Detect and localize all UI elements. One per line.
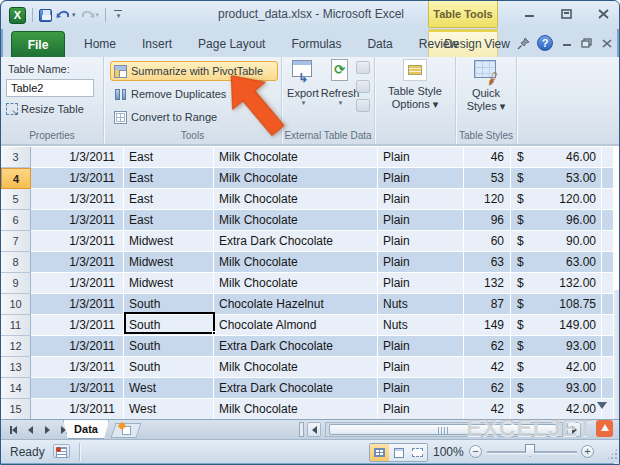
- cell-qty-row3[interactable]: 46: [464, 147, 511, 168]
- tab-data[interactable]: Data: [354, 31, 405, 57]
- zoom-level[interactable]: 100%: [433, 445, 464, 459]
- cell-date-row6[interactable]: 1/3/2011: [31, 210, 124, 231]
- cell-region-row4[interactable]: East: [124, 168, 214, 189]
- row-header-11[interactable]: 11: [1, 315, 31, 336]
- cell-product-row8[interactable]: Milk Chocolate: [214, 252, 378, 273]
- tab-design[interactable]: Design: [428, 31, 498, 57]
- cell-price-row10[interactable]: $108.75: [511, 294, 602, 315]
- row-header-14[interactable]: 14: [1, 378, 31, 399]
- cell-type-row7[interactable]: Plain: [378, 231, 464, 252]
- cell-region-row13[interactable]: South: [124, 357, 214, 378]
- cell-product-row14[interactable]: Extra Dark Chocolate: [214, 378, 378, 399]
- cell-region-row3[interactable]: East: [124, 147, 214, 168]
- row-header-8[interactable]: 8: [1, 252, 31, 273]
- convert-to-range-button[interactable]: Convert to Range: [110, 107, 217, 127]
- horizontal-scrollbar[interactable]: [325, 422, 563, 437]
- cell-product-row3[interactable]: Milk Chocolate: [214, 147, 378, 168]
- workbook-close-button[interactable]: [600, 37, 613, 49]
- cell-type-row4[interactable]: Plain: [378, 168, 464, 189]
- cell-region-row6[interactable]: East: [124, 210, 214, 231]
- cell-qty-row13[interactable]: 42: [464, 357, 511, 378]
- cell-qty-row15[interactable]: 42: [464, 399, 511, 420]
- insert-worksheet-button[interactable]: [111, 423, 142, 438]
- cell-price-row7[interactable]: $90.00: [511, 231, 602, 252]
- cell-product-row4[interactable]: Milk Chocolate: [214, 168, 378, 189]
- scroll-right-icon[interactable]: [567, 422, 581, 437]
- tab-split-handle[interactable]: [299, 422, 304, 437]
- cell-price-row11[interactable]: $149.00: [511, 315, 602, 336]
- cell-date-row10[interactable]: 1/3/2011: [31, 294, 124, 315]
- zoom-in-button[interactable]: +: [581, 445, 594, 458]
- tab-formulas[interactable]: Formulas: [278, 31, 354, 57]
- cell-type-row8[interactable]: Plain: [378, 252, 464, 273]
- row-header-9[interactable]: 9: [1, 273, 31, 294]
- cell-qty-row14[interactable]: 62: [464, 378, 511, 399]
- cell-date-row14[interactable]: 1/3/2011: [31, 378, 124, 399]
- cell-product-row12[interactable]: Extra Dark Chocolate: [214, 336, 378, 357]
- cell-qty-row11[interactable]: 149: [464, 315, 511, 336]
- cell-region-row15[interactable]: West: [124, 399, 214, 420]
- tab-page-layout[interactable]: Page Layout: [185, 31, 278, 57]
- normal-view-button[interactable]: [370, 444, 389, 461]
- cell-qty-row10[interactable]: 87: [464, 294, 511, 315]
- cell-date-row12[interactable]: 1/3/2011: [31, 336, 124, 357]
- cell-qty-row4[interactable]: 53: [464, 168, 511, 189]
- cell-type-row9[interactable]: Plain: [378, 273, 464, 294]
- cell-price-row6[interactable]: $96.00: [511, 210, 602, 231]
- cell-price-row14[interactable]: $93.00: [511, 378, 602, 399]
- cell-type-row3[interactable]: Plain: [378, 147, 464, 168]
- row-header-12[interactable]: 12: [1, 336, 31, 357]
- zoom-out-button[interactable]: −: [469, 445, 482, 458]
- cell-region-row11[interactable]: South: [124, 315, 214, 336]
- cell-product-row6[interactable]: Milk Chocolate: [214, 210, 378, 231]
- cell-region-row9[interactable]: Midwest: [124, 273, 214, 294]
- scroll-left-icon[interactable]: [307, 422, 321, 437]
- row-header-3[interactable]: 3: [1, 147, 31, 168]
- cell-date-row3[interactable]: 1/3/2011: [31, 147, 124, 168]
- next-sheet-button[interactable]: [41, 422, 54, 437]
- cell-region-row5[interactable]: East: [124, 189, 214, 210]
- cell-qty-row8[interactable]: 63: [464, 252, 511, 273]
- pin-ribbon-icon[interactable]: [517, 37, 530, 50]
- sheet-tab-data[interactable]: Data: [63, 420, 109, 439]
- cell-product-row9[interactable]: Milk Chocolate: [214, 273, 378, 294]
- row-header-15[interactable]: 15: [1, 399, 31, 420]
- cell-type-row6[interactable]: Plain: [378, 210, 464, 231]
- cell-product-row10[interactable]: Chocolate Hazelnut: [214, 294, 378, 315]
- cell-price-row15[interactable]: $42.00: [511, 399, 602, 420]
- row-header-13[interactable]: 13: [1, 357, 31, 378]
- help-icon[interactable]: ?: [537, 35, 553, 51]
- cell-type-row15[interactable]: Plain: [378, 399, 464, 420]
- cell-price-row9[interactable]: $132.00: [511, 273, 602, 294]
- row-header-4[interactable]: 4: [1, 168, 31, 189]
- page-break-view-button[interactable]: [408, 444, 427, 461]
- close-button[interactable]: [596, 7, 611, 20]
- row-header-6[interactable]: 6: [1, 210, 31, 231]
- quick-styles-button[interactable]: 🖌 Quick Styles ▾: [456, 59, 516, 113]
- row-header-5[interactable]: 5: [1, 189, 31, 210]
- data-range-properties-icon[interactable]: [356, 61, 370, 74]
- tab-insert[interactable]: Insert: [129, 31, 185, 57]
- horizontal-scrollbar-thumb[interactable]: [329, 424, 557, 435]
- table-style-options-button[interactable]: Table Style Options ▾: [375, 59, 455, 111]
- cell-type-row10[interactable]: Nuts: [378, 294, 464, 315]
- first-sheet-button[interactable]: [7, 422, 20, 437]
- cell-product-row15[interactable]: Milk Chocolate: [214, 399, 378, 420]
- resize-grip[interactable]: [606, 448, 618, 460]
- tab-file[interactable]: File: [11, 31, 65, 57]
- cell-price-row13[interactable]: $42.00: [511, 357, 602, 378]
- cell-region-row8[interactable]: Midwest: [124, 252, 214, 273]
- cell-price-row8[interactable]: $63.00: [511, 252, 602, 273]
- cell-date-row15[interactable]: 1/3/2011: [31, 399, 124, 420]
- cell-region-row12[interactable]: South: [124, 336, 214, 357]
- cell-product-row5[interactable]: Milk Chocolate: [214, 189, 378, 210]
- cell-type-row13[interactable]: Plain: [378, 357, 464, 378]
- cell-product-row7[interactable]: Extra Dark Chocolate: [214, 231, 378, 252]
- cell-qty-row6[interactable]: 96: [464, 210, 511, 231]
- cell-type-row12[interactable]: Plain: [378, 336, 464, 357]
- minimize-button[interactable]: [522, 7, 537, 20]
- workbook-minimize-button[interactable]: [560, 37, 573, 49]
- cell-price-row3[interactable]: $46.00: [511, 147, 602, 168]
- restore-button[interactable]: [559, 7, 574, 20]
- cell-product-row11[interactable]: Chocolate Almond: [214, 315, 378, 336]
